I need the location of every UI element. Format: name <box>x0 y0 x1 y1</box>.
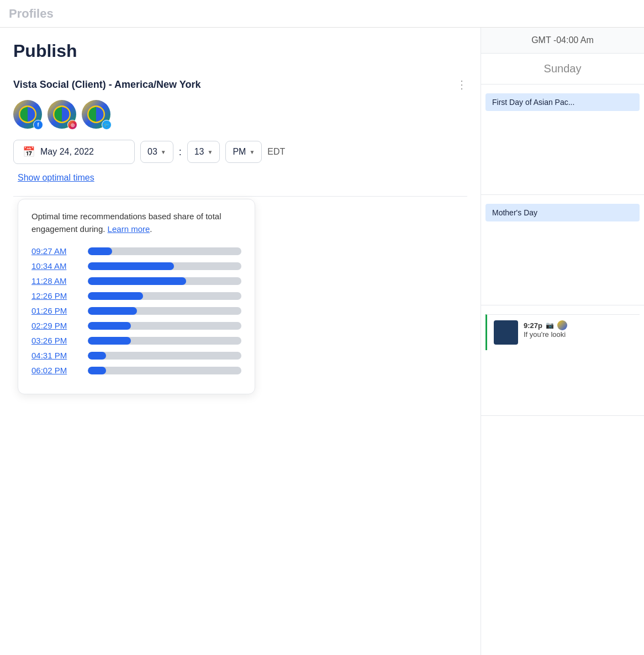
optimal-description: Optimal time recommendations based share… <box>31 210 241 235</box>
optimal-row: 06:02 PM <box>31 366 241 375</box>
minute-chevron-icon: ▼ <box>208 149 213 155</box>
learn-more-link[interactable]: Learn more <box>108 224 150 234</box>
bar-container-1 <box>88 262 241 270</box>
social-avatar-tw[interactable]: 🐦 <box>82 100 110 129</box>
right-panel-header: GMT -04:00 Am <box>481 28 644 54</box>
optimal-times-panel: Optimal time recommendations based share… <box>18 199 255 394</box>
optimal-row: 12:26 PM <box>31 291 241 300</box>
minute-value: 13 <box>194 147 204 157</box>
date-picker-button[interactable]: 📅 May 24, 2022 <box>13 140 135 164</box>
bar-fill-6 <box>88 337 131 345</box>
hour-value: 03 <box>147 147 157 157</box>
section-header: Vista Social (Client) - America/New York… <box>13 78 467 91</box>
top-bar-title: Profiles <box>9 7 54 21</box>
bar-container-8 <box>88 367 241 374</box>
optimal-row: 02:29 PM <box>31 321 241 330</box>
social-avatar-ig[interactable]: ◎ <box>47 100 76 129</box>
time-separator: : <box>179 146 182 158</box>
optimal-row: 11:28 AM <box>31 276 241 286</box>
card-time: 9:27p <box>524 321 542 330</box>
date-value: May 24, 2022 <box>40 147 94 157</box>
ampm-value: PM <box>233 147 246 157</box>
optimal-time-link-5[interactable]: 02:29 PM <box>31 321 81 330</box>
card-icons: 📷 <box>546 321 554 329</box>
day-label: Sunday <box>481 54 644 84</box>
bar-container-5 <box>88 322 241 330</box>
tw-badge: 🐦 <box>102 120 112 130</box>
optimal-time-link-8[interactable]: 06:02 PM <box>31 366 81 375</box>
calendar-section-3: 9:27p 📷 If you're looki <box>481 305 644 416</box>
hour-select[interactable]: 03 ▼ <box>140 141 173 163</box>
ig-badge: ◎ <box>67 120 77 130</box>
controls-row: 📅 May 24, 2022 03 ▼ : 13 ▼ PM ▼ EDT <box>13 140 467 164</box>
ampm-chevron-icon: ▼ <box>249 149 255 155</box>
divider <box>13 196 467 197</box>
top-bar: Profiles <box>0 0 644 28</box>
bar-container-2 <box>88 277 241 285</box>
left-panel: Publish Vista Social (Client) - America/… <box>0 28 481 655</box>
bar-fill-4 <box>88 307 137 315</box>
optimal-times-list: 09:27 AM10:34 AM11:28 AM12:26 PM01:26 PM… <box>31 246 241 375</box>
bar-fill-1 <box>88 262 174 270</box>
right-panel: GMT -04:00 Am Sunday First Day of Asian … <box>481 28 644 655</box>
bar-fill-3 <box>88 292 143 300</box>
bar-container-7 <box>88 352 241 360</box>
optimal-time-link-0[interactable]: 09:27 AM <box>31 246 81 256</box>
card-content: 9:27p 📷 If you're looki <box>524 320 633 339</box>
right-header-text: GMT -04:00 Am <box>531 35 594 45</box>
optimal-row: 04:31 PM <box>31 351 241 360</box>
card-text: If you're looki <box>524 330 633 339</box>
hour-chevron-icon: ▼ <box>161 149 166 155</box>
optimal-time-link-6[interactable]: 03:26 PM <box>31 336 81 345</box>
calendar-icon: 📅 <box>23 146 35 158</box>
calendar-section-2: Mother's Day <box>481 195 644 305</box>
bar-fill-8 <box>88 367 106 374</box>
optimal-time-link-4[interactable]: 01:26 PM <box>31 306 81 315</box>
bottom-card[interactable]: 9:27p 📷 If you're looki <box>485 314 640 350</box>
bar-fill-0 <box>88 247 112 255</box>
social-avatar-fb[interactable]: f <box>13 100 42 129</box>
minute-select[interactable]: 13 ▼ <box>187 141 220 163</box>
section-title: Vista Social (Client) - America/New York <box>13 79 200 91</box>
optimal-row: 01:26 PM <box>31 306 241 315</box>
card-thumbnail <box>494 320 518 345</box>
page-title: Publish <box>13 41 467 61</box>
calendar-section-1: First Day of Asian Pac... <box>481 84 644 195</box>
ampm-select[interactable]: PM ▼ <box>225 141 262 163</box>
optimal-row: 03:26 PM <box>31 336 241 345</box>
event-asian-pacific: First Day of Asian Pac... <box>485 93 640 111</box>
card-avatar-icon <box>557 320 567 330</box>
more-options-icon[interactable]: ⋮ <box>456 78 467 91</box>
bar-container-3 <box>88 292 241 300</box>
bar-container-6 <box>88 337 241 345</box>
optimal-time-link-2[interactable]: 11:28 AM <box>31 276 81 286</box>
bar-container-0 <box>88 247 241 255</box>
show-optimal-times-link[interactable]: Show optimal times <box>18 173 94 183</box>
optimal-time-link-7[interactable]: 04:31 PM <box>31 351 81 360</box>
main-container: Publish Vista Social (Client) - America/… <box>0 28 644 655</box>
optimal-time-link-3[interactable]: 12:26 PM <box>31 291 81 300</box>
timezone-label: EDT <box>267 147 285 157</box>
optimal-time-link-1[interactable]: 10:34 AM <box>31 261 81 271</box>
optimal-row: 09:27 AM <box>31 246 241 256</box>
bar-container-4 <box>88 307 241 315</box>
social-icons-row: f ◎ <box>13 100 467 129</box>
optimal-row: 10:34 AM <box>31 261 241 271</box>
bar-fill-7 <box>88 352 106 360</box>
fb-badge: f <box>33 120 43 130</box>
bar-fill-5 <box>88 322 131 330</box>
bar-fill-2 <box>88 277 186 285</box>
event-mothers-day: Mother's Day <box>485 204 640 221</box>
